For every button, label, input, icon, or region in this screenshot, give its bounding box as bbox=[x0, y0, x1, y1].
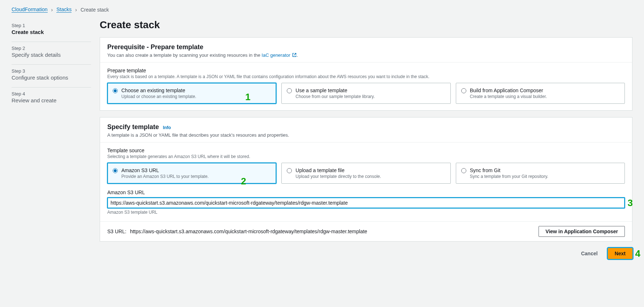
step-configure-options[interactable]: Step 3 Configure stack options bbox=[12, 65, 91, 88]
option-title: Sync from Git bbox=[470, 167, 619, 173]
chevron-right-icon: › bbox=[75, 7, 77, 13]
specify-template-heading: Specify template Info bbox=[107, 123, 625, 131]
prepare-template-label: Prepare template bbox=[107, 68, 625, 73]
step-name: Review and create bbox=[12, 97, 91, 103]
breadcrumb-root[interactable]: CloudFormation bbox=[12, 7, 48, 13]
view-in-composer-button[interactable]: View in Application Composer bbox=[539, 226, 625, 237]
prerequisite-panel: Prerequisite - Prepare template You can … bbox=[100, 37, 632, 111]
radio-icon bbox=[461, 168, 466, 173]
step-number: Step 4 bbox=[12, 91, 91, 97]
s3-url-summary-value: https://aws-quickstart.s3.amazonaws.com/… bbox=[130, 229, 367, 234]
step-number: Step 2 bbox=[12, 46, 91, 51]
option-use-sample[interactable]: Use a sample template Choose from our sa… bbox=[281, 83, 450, 104]
wizard-steps: Step 1 Create stack Step 2 Specify stack… bbox=[12, 19, 91, 259]
step-review-create[interactable]: Step 4 Review and create bbox=[12, 88, 91, 110]
breadcrumb: CloudFormation › Stacks › Create stack bbox=[12, 7, 632, 13]
option-title: Amazon S3 URL bbox=[121, 167, 271, 173]
s3-url-label: Amazon S3 URL bbox=[107, 189, 625, 195]
radio-icon bbox=[287, 168, 292, 173]
annotation-2: 2 bbox=[241, 176, 246, 187]
s3-url-summary: S3 URL: https://aws-quickstart.s3.amazon… bbox=[100, 221, 632, 241]
annotation-3: 3 bbox=[628, 197, 633, 209]
page-title: Create stack bbox=[100, 19, 632, 31]
option-sync-git[interactable]: Sync from Git Sync a template from your … bbox=[456, 163, 625, 184]
breadcrumb-parent[interactable]: Stacks bbox=[56, 7, 72, 13]
option-title: Build from Application Composer bbox=[470, 88, 619, 93]
step-specify-details[interactable]: Step 2 Specify stack details bbox=[12, 42, 91, 65]
prerequisite-heading: Prerequisite - Prepare template bbox=[107, 43, 625, 51]
step-name: Configure stack options bbox=[12, 74, 91, 81]
annotation-4: 4 bbox=[635, 248, 640, 259]
option-desc: Provide an Amazon S3 URL to your templat… bbox=[121, 174, 271, 179]
step-name: Specify stack details bbox=[12, 52, 91, 58]
info-link[interactable]: Info bbox=[163, 125, 171, 130]
step-number: Step 3 bbox=[12, 68, 91, 74]
chevron-right-icon: › bbox=[51, 7, 53, 13]
radio-icon bbox=[113, 88, 118, 93]
option-build-composer[interactable]: Build from Application Composer Create a… bbox=[456, 83, 625, 104]
option-desc: Create a template using a visual builder… bbox=[470, 94, 619, 99]
s3-url-helper: Amazon S3 template URL bbox=[107, 210, 625, 215]
iac-generator-link[interactable]: IaC generator bbox=[262, 52, 297, 58]
template-source-help: Selecting a template generates an Amazon… bbox=[107, 154, 625, 159]
option-desc: Choose from our sample template library. bbox=[295, 94, 445, 99]
step-create-stack[interactable]: Step 1 Create stack bbox=[12, 19, 91, 42]
option-upload-file[interactable]: Upload a template file Upload your templ… bbox=[281, 163, 450, 184]
prepare-template-help: Every stack is based on a template. A te… bbox=[107, 74, 625, 79]
radio-icon bbox=[287, 88, 292, 93]
annotation-1: 1 bbox=[245, 91, 250, 103]
option-title: Upload a template file bbox=[295, 167, 445, 173]
specify-template-sub: A template is a JSON or YAML file that d… bbox=[107, 132, 625, 138]
specify-template-panel: Specify template Info A template is a JS… bbox=[100, 117, 632, 242]
s3-url-input[interactable] bbox=[107, 197, 625, 208]
s3-url-summary-label: S3 URL: bbox=[107, 229, 126, 234]
radio-icon bbox=[113, 168, 118, 173]
next-button[interactable]: Next bbox=[608, 248, 632, 259]
option-desc: Upload your template directly to the con… bbox=[295, 174, 445, 179]
external-link-icon bbox=[292, 53, 297, 57]
cancel-button[interactable]: Cancel bbox=[575, 248, 604, 259]
option-desc: Sync a template from your Git repository… bbox=[470, 174, 619, 179]
option-title: Use a sample template bbox=[295, 88, 445, 93]
option-choose-existing[interactable]: Choose an existing template Upload or ch… bbox=[107, 83, 276, 104]
main-content: Create stack Prerequisite - Prepare temp… bbox=[100, 19, 632, 259]
wizard-actions: Cancel Next 4 bbox=[100, 248, 632, 259]
radio-icon bbox=[461, 88, 466, 93]
template-source-label: Template source bbox=[107, 148, 625, 153]
prerequisite-subtext: You can also create a template by scanni… bbox=[107, 52, 625, 58]
option-s3-url[interactable]: Amazon S3 URL Provide an Amazon S3 URL t… bbox=[107, 163, 276, 184]
breadcrumb-current: Create stack bbox=[81, 7, 109, 13]
step-name: Create stack bbox=[12, 29, 91, 35]
step-number: Step 1 bbox=[12, 23, 91, 28]
